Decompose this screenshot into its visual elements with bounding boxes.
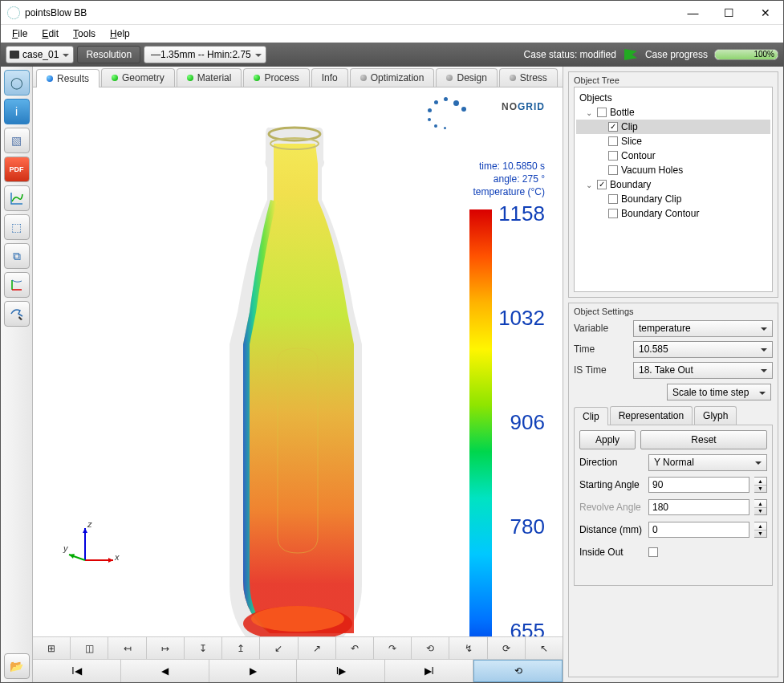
tab-optimization[interactable]: Optimization — [350, 68, 435, 87]
play-play[interactable]: ▶ — [209, 660, 298, 682]
svg-marker-5 — [108, 558, 113, 563]
case-status-label: Case status: modified — [524, 49, 616, 60]
color-scale-bar — [469, 209, 492, 637]
tree-clip[interactable]: Clip — [576, 120, 770, 134]
tool-folder[interactable]: 📂 — [4, 653, 30, 679]
window-title: pointsBlow BB — [25, 7, 675, 18]
resolution-value[interactable]: — 1.35mm -- Hmin:2.75 — [144, 46, 266, 63]
view-orient-bar: ⊞ ◫ ↤ ↦ ↧ ↥ ↙ ↗ ↶ ↷ ⟲ ↯ ⟳ ↖ — [33, 637, 563, 660]
tool-video[interactable]: ⧉ — [4, 243, 30, 269]
view-ypos[interactable]: ↥ — [222, 637, 260, 659]
tool-pdf[interactable]: PDF — [4, 157, 30, 182]
tool-chart[interactable] — [4, 185, 30, 211]
tab-representation[interactable]: Representation — [610, 406, 693, 425]
tree-bcontour[interactable]: Boundary Contour — [576, 206, 770, 221]
tab-stress[interactable]: Stress — [499, 68, 558, 87]
menu-tools[interactable]: Tools — [67, 26, 102, 41]
tab-glyph[interactable]: Glyph — [694, 406, 737, 425]
tool-notes[interactable]: ▧ — [4, 128, 30, 153]
view-iso1[interactable]: ↯ — [449, 637, 487, 659]
flag-icon — [624, 49, 637, 60]
view-rot90[interactable]: ⟲ — [412, 637, 449, 659]
scale-tick: 1032 — [498, 306, 545, 331]
tree-bottle[interactable]: ⌄Bottle — [576, 105, 770, 120]
tab-results[interactable]: Results — [36, 69, 100, 87]
view-annotation: time: 10.5850 s angle: 275 ° temperature… — [473, 160, 546, 199]
menu-edit[interactable]: Edit — [35, 26, 65, 41]
play-first[interactable]: I◀ — [33, 660, 121, 682]
tool-pointer[interactable] — [4, 301, 30, 327]
tree-slice[interactable]: Slice — [576, 134, 770, 148]
tree-bclip[interactable]: Boundary Clip — [576, 192, 770, 206]
tree-boundary[interactable]: ⌄Boundary — [576, 177, 770, 192]
view-yneg[interactable]: ↧ — [185, 637, 222, 659]
tool-axes[interactable] — [4, 272, 30, 298]
case-progress-label: Case progress — [645, 49, 708, 60]
scale-mode-select[interactable]: Scale to time step — [667, 384, 771, 400]
revolve-angle-spinner[interactable]: ▲▼ — [754, 499, 767, 515]
starting-angle-spinner[interactable]: ▲▼ — [754, 477, 767, 493]
orientation-axes: x y z — [65, 524, 121, 572]
tool-info[interactable]: i — [4, 99, 30, 124]
logo: NOGRID — [502, 97, 545, 114]
play-prev[interactable]: ◀ — [121, 660, 209, 682]
menu-help[interactable]: Help — [104, 26, 136, 41]
bottle-model — [193, 96, 394, 637]
3d-viewport[interactable]: NOGRID time: 10.5850 s angle: 275 ° temp… — [33, 87, 563, 637]
tab-clip[interactable]: Clip — [574, 407, 608, 425]
object-tree-group: Object Tree Objects ⌄Bottle Clip Slice C… — [568, 71, 778, 298]
tab-design[interactable]: Design — [436, 68, 497, 87]
tree-contour[interactable]: Contour — [576, 148, 770, 163]
svg-marker-9 — [69, 554, 75, 559]
main-toolbar: case_01 Resolution — 1.35mm -- Hmin:2.75… — [1, 43, 783, 67]
apply-button[interactable]: Apply — [579, 430, 636, 449]
progress-bar: 100% — [714, 49, 778, 60]
view-reset[interactable]: ⟳ — [488, 637, 526, 659]
tab-geometry[interactable]: Geometry — [101, 68, 175, 87]
scale-min: 655 — [510, 619, 545, 637]
menu-file[interactable]: File — [6, 26, 34, 41]
tab-info[interactable]: Info — [311, 68, 348, 87]
resolution-button[interactable]: Resolution — [77, 46, 140, 63]
play-loop[interactable]: ⟲ — [473, 660, 563, 682]
revolve-angle-input[interactable]: 180 — [648, 499, 749, 515]
clip-panel: Apply Reset DirectionY Normal Starting A… — [574, 425, 773, 586]
view-front[interactable]: ◫ — [71, 637, 108, 659]
view-rotcw[interactable]: ↷ — [374, 637, 412, 659]
starting-angle-input[interactable]: 90 — [648, 477, 749, 493]
minimize-button[interactable]: — — [675, 1, 711, 24]
view-xpos[interactable]: ↦ — [147, 637, 185, 659]
play-last[interactable]: ▶I — [385, 660, 473, 682]
distance-input[interactable]: 0 — [648, 522, 749, 538]
settings-tabs: Clip Representation Glyph — [574, 406, 773, 425]
main-tabs: Results Geometry Material Process Info O… — [33, 67, 563, 87]
variable-select[interactable]: temperature — [633, 320, 773, 337]
view-pick[interactable]: ↖ — [526, 637, 563, 659]
istime-select[interactable]: 18. Take Out — [633, 362, 773, 379]
view-zneg[interactable]: ↙ — [260, 637, 298, 659]
maximize-button[interactable]: ☐ — [711, 1, 747, 24]
time-playbar: I◀ ◀ ▶ I▶ ▶I ⟲ — [33, 660, 563, 682]
time-select[interactable]: 10.585 — [633, 341, 773, 358]
logo-dots-icon — [426, 97, 466, 129]
close-button[interactable]: ✕ — [747, 1, 783, 24]
view-xneg[interactable]: ↤ — [108, 637, 146, 659]
play-next[interactable]: I▶ — [297, 660, 385, 682]
tab-material[interactable]: Material — [177, 68, 242, 87]
object-tree[interactable]: Objects ⌄Bottle Clip Slice Contour Vacuu… — [574, 87, 773, 292]
tool-camera[interactable]: ⬚ — [4, 214, 30, 240]
inside-out-checkbox[interactable] — [648, 547, 658, 557]
view-zpos[interactable]: ↗ — [299, 637, 336, 659]
tree-vacuum[interactable]: Vacuum Holes — [576, 163, 770, 177]
case-selector[interactable]: case_01 — [6, 46, 74, 63]
scale-max: 1158 — [498, 201, 545, 226]
view-rotccw[interactable]: ↶ — [336, 637, 374, 659]
tree-root[interactable]: Objects — [576, 91, 770, 105]
view-fit[interactable]: ⊞ — [33, 637, 71, 659]
tool-selection[interactable]: ◯ — [4, 70, 30, 96]
distance-spinner[interactable]: ▲▼ — [754, 522, 767, 538]
tab-process[interactable]: Process — [243, 68, 309, 87]
direction-select[interactable]: Y Normal — [648, 454, 767, 471]
reset-button[interactable]: Reset — [640, 430, 767, 449]
titlebar: pointsBlow BB — ☐ ✕ — [1, 1, 783, 25]
